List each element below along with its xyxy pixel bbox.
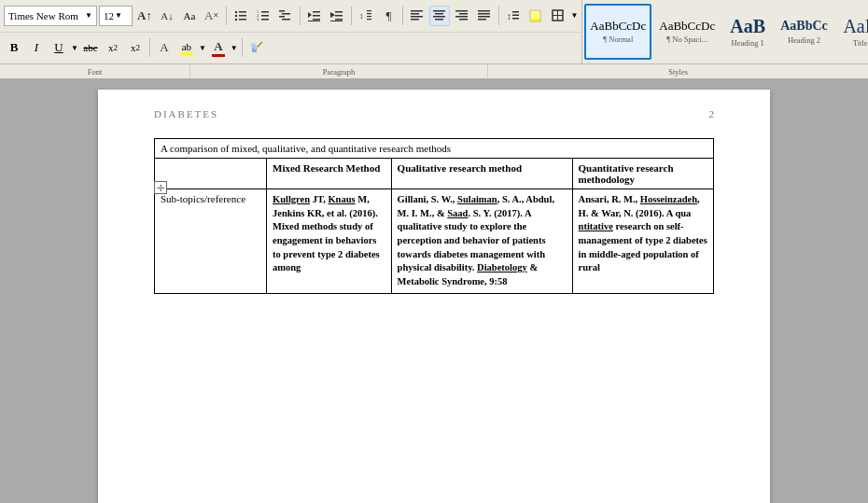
style-heading1-label: Heading 1 (732, 38, 764, 48)
separator4 (402, 7, 403, 25)
page-header: DIABETES 2 (154, 108, 714, 119)
svg-rect-36 (435, 13, 443, 15)
qualitative-method-cell: Gillani, S. W., Sulaiman, S. A., Abdul, … (391, 189, 572, 294)
svg-rect-46 (478, 19, 486, 21)
bullets-button[interactable] (231, 6, 251, 26)
separator6 (149, 38, 150, 57)
superscript-button[interactable]: x2 (125, 37, 146, 58)
style-heading2[interactable]: AaBbCc Heading 2 (775, 4, 833, 60)
borders-button[interactable] (548, 6, 568, 26)
svg-rect-44 (478, 13, 490, 15)
svg-rect-17 (313, 11, 320, 13)
shrink-font-button[interactable]: A↓ (157, 6, 177, 26)
svg-rect-37 (433, 16, 445, 18)
svg-text:↕: ↕ (507, 11, 511, 21)
italic-button[interactable]: I (26, 37, 47, 58)
table-move-handle[interactable]: ✛ (154, 181, 167, 194)
svg-rect-32 (411, 13, 419, 15)
separator1 (226, 7, 227, 25)
svg-rect-43 (478, 10, 490, 12)
svg-rect-5 (239, 19, 246, 21)
svg-rect-38 (435, 19, 443, 21)
svg-rect-1 (239, 11, 246, 13)
svg-rect-39 (455, 10, 468, 12)
page-number: 2 (709, 108, 715, 119)
svg-point-2 (235, 15, 237, 17)
text-effects-button[interactable]: A (154, 37, 175, 58)
shading-button[interactable] (525, 6, 546, 26)
svg-rect-33 (411, 16, 423, 18)
separator3 (351, 7, 352, 25)
group-labels: Font Paragraph Styles (0, 63, 868, 78)
table-header-row: Mixed Research Method Qualitative resear… (155, 159, 714, 189)
svg-rect-24 (335, 19, 343, 21)
svg-rect-45 (478, 16, 490, 18)
style-no-spacing[interactable]: AaBbCcDc ¶ No Spaci... (653, 4, 721, 60)
font-name-dropdown[interactable]: Times New Rom ▼ (4, 6, 97, 26)
svg-point-0 (235, 11, 237, 13)
styles-group-label: Styles (488, 64, 868, 78)
table-title-row: A comparison of mixed, qualitative, and … (155, 139, 714, 159)
underline-button[interactable]: U (49, 37, 69, 58)
svg-rect-52 (530, 19, 540, 21)
font-color-arrow-icon[interactable]: ▼ (231, 44, 238, 52)
align-left-button[interactable] (407, 6, 427, 26)
show-marks-button[interactable]: ¶ (378, 6, 399, 26)
styles-panel: AaBbCcDc ¶ Normal AaBbCcDc ¶ No Spaci...… (581, 0, 868, 63)
multilevel-list-button[interactable] (275, 6, 296, 26)
strikethrough-button[interactable]: abc (80, 37, 101, 58)
svg-marker-21 (330, 12, 335, 18)
svg-rect-34 (411, 19, 419, 21)
borders-dropdown-icon[interactable]: ▼ (570, 11, 578, 20)
separator2 (300, 7, 301, 25)
font-name-value: Times New Rom (8, 10, 78, 21)
decrease-indent-button[interactable] (304, 6, 325, 26)
svg-rect-42 (459, 19, 468, 21)
svg-rect-20 (308, 21, 320, 21)
col-header-0 (155, 159, 267, 189)
table-data-row: Sub-topics/reference Kullgren JT, Knaus … (155, 189, 714, 294)
bold-button[interactable]: B (4, 37, 24, 58)
quantitative-method-cell: Ansari, R. M., Hosseinzadeh, H. & War, N… (572, 189, 713, 294)
ribbon-toolbar: Times New Rom ▼ 12 ▼ A↑ A↓ Aa A ✕ (0, 0, 868, 80)
format-painter-button[interactable] (246, 37, 267, 58)
change-case-button[interactable]: Aa (179, 6, 200, 26)
table-title-text: A comparison of mixed, qualitative, and … (161, 143, 451, 154)
svg-point-4 (235, 19, 237, 21)
separator7 (242, 38, 243, 57)
svg-rect-15 (282, 19, 290, 21)
font-color-button[interactable]: A (208, 37, 229, 58)
align-right-button[interactable] (452, 6, 472, 26)
svg-rect-12 (279, 10, 285, 12)
svg-rect-18 (313, 15, 320, 17)
style-heading1[interactable]: AaB Heading 1 (722, 4, 773, 60)
justify-button[interactable] (474, 6, 495, 26)
document-page: DIABETES 2 ✛ A comparison of mixed, qual… (98, 90, 770, 503)
font-size-value: 12 (104, 10, 114, 21)
clear-format-button[interactable]: A ✕ (202, 6, 222, 26)
numbering-button[interactable]: 1.2.3. (253, 6, 273, 26)
subscript-button[interactable]: x2 (103, 37, 123, 58)
dropdown-arrow-icon: ▼ (85, 11, 92, 20)
line-spacing-button[interactable]: ↕ (503, 6, 524, 26)
increase-indent-button[interactable] (327, 6, 347, 26)
style-normal[interactable]: AaBbCcDc ¶ Normal (584, 4, 651, 60)
sort-button[interactable]: ↕ (356, 6, 376, 26)
style-title[interactable]: AaB Title (835, 4, 868, 60)
svg-rect-25 (330, 21, 343, 21)
document-area: DIABETES 2 ✛ A comparison of mixed, qual… (0, 80, 868, 503)
align-center-button[interactable] (429, 6, 450, 26)
svg-rect-23 (335, 15, 343, 17)
svg-rect-48 (512, 11, 519, 13)
col-header-3: Quantitative research methodology (572, 159, 713, 189)
highlight-arrow-icon[interactable]: ▼ (199, 44, 206, 52)
underline-arrow-icon[interactable]: ▼ (71, 44, 78, 52)
svg-rect-7 (261, 11, 269, 13)
grow-font-button[interactable]: A↑ (134, 6, 155, 26)
research-table: A comparison of mixed, qualitative, and … (154, 138, 714, 294)
font-size-arrow-icon: ▼ (115, 11, 122, 20)
svg-marker-16 (308, 12, 312, 18)
font-size-dropdown[interactable]: 12 ▼ (99, 6, 133, 26)
table-title-cell: A comparison of mixed, qualitative, and … (155, 139, 714, 159)
highlight-color-button[interactable]: ab (176, 37, 197, 58)
